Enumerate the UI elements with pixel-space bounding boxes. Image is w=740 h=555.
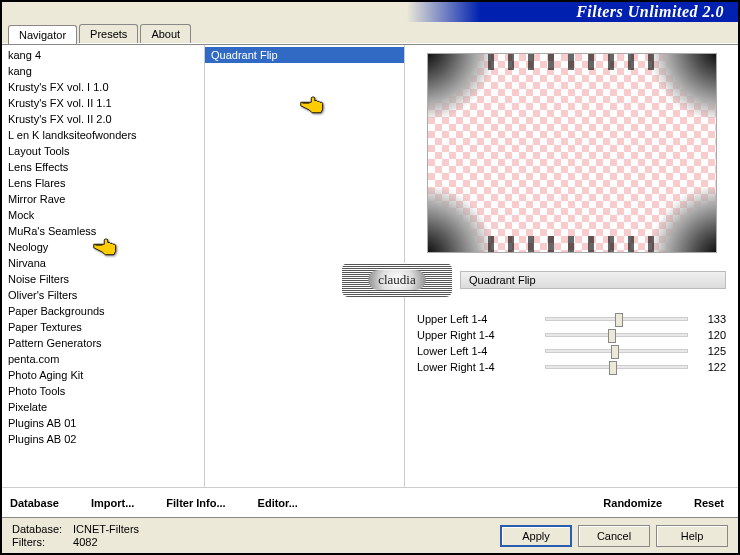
action-button-row: Database Import... Filter Info... Editor…: [2, 487, 738, 517]
param-slider[interactable]: [545, 349, 688, 353]
help-button[interactable]: Help: [656, 525, 728, 547]
tab-about[interactable]: About: [140, 24, 191, 43]
slider-thumb[interactable]: [615, 313, 623, 327]
status-db-value: ICNET-Filters: [73, 523, 139, 535]
navigator-item[interactable]: Pattern Generators: [2, 335, 204, 351]
param-value: 133: [696, 313, 726, 325]
filter-title-row: claudia Quadrant Flip: [417, 263, 726, 297]
window-title: Filters Unlimited 2.0: [576, 3, 724, 21]
param-value: 125: [696, 345, 726, 357]
param-label: Lower Right 1-4: [417, 361, 537, 373]
dialog-buttons: Apply Cancel Help: [500, 525, 728, 547]
footer: Database: ICNET-Filters Filters: 4082 Ap…: [2, 517, 738, 553]
navigator-item[interactable]: Mirror Rave: [2, 191, 204, 207]
navigator-item[interactable]: Noise Filters: [2, 271, 204, 287]
status-filters-value: 4082: [73, 536, 97, 548]
param-slider[interactable]: [545, 365, 688, 369]
param-row: Upper Right 1-4120: [417, 327, 726, 343]
navigator-item[interactable]: Paper Textures: [2, 319, 204, 335]
content-area: kang 4kangKrusty's FX vol. I 1.0Krusty's…: [2, 44, 738, 487]
import-button[interactable]: Import...: [89, 495, 136, 511]
slider-thumb[interactable]: [608, 329, 616, 343]
navigator-item[interactable]: Krusty's FX vol. II 2.0: [2, 111, 204, 127]
navigator-item[interactable]: penta.com: [2, 351, 204, 367]
preview-image: [427, 53, 717, 253]
navigator-item[interactable]: kang 4: [2, 47, 204, 63]
navigator-item[interactable]: Layout Tools: [2, 143, 204, 159]
slider-thumb[interactable]: [609, 361, 617, 375]
navigator-item[interactable]: kang: [2, 63, 204, 79]
param-value: 120: [696, 329, 726, 341]
param-label: Lower Left 1-4: [417, 345, 537, 357]
param-row: Lower Right 1-4122: [417, 359, 726, 375]
navigator-item[interactable]: Photo Aging Kit: [2, 367, 204, 383]
param-row: Upper Left 1-4133: [417, 311, 726, 327]
preview-column: claudia Quadrant Flip Upper Left 1-4133U…: [405, 45, 738, 487]
hand-mirror-rave: [92, 235, 120, 257]
filter-title-bar: Quadrant Flip: [460, 271, 726, 289]
tab-navigator[interactable]: Navigator: [8, 25, 77, 44]
editor-button[interactable]: Editor...: [256, 495, 300, 511]
tab-presets[interactable]: Presets: [79, 24, 138, 43]
param-label: Upper Right 1-4: [417, 329, 537, 341]
reset-button[interactable]: Reset: [692, 495, 726, 511]
navigator-item[interactable]: Lens Effects: [2, 159, 204, 175]
navigator-listbox[interactable]: kang 4kangKrusty's FX vol. I 1.0Krusty's…: [2, 45, 204, 487]
author-badge: claudia: [342, 263, 452, 297]
param-slider[interactable]: [545, 333, 688, 337]
navigator-item[interactable]: Lens Flares: [2, 175, 204, 191]
navigator-item[interactable]: Mock: [2, 207, 204, 223]
navigator-item[interactable]: Plugins AB 02: [2, 431, 204, 447]
status-db-label: Database:: [12, 523, 70, 535]
filter-item[interactable]: Quadrant Flip: [205, 47, 404, 63]
param-row: Lower Left 1-4125: [417, 343, 726, 359]
author-badge-label: claudia: [368, 270, 426, 290]
navigator-item[interactable]: Krusty's FX vol. I 1.0: [2, 79, 204, 95]
slider-thumb[interactable]: [611, 345, 619, 359]
randomize-button[interactable]: Randomize: [601, 495, 664, 511]
current-filter-name: Quadrant Flip: [469, 274, 536, 286]
navigator-item[interactable]: Photo Tools: [2, 383, 204, 399]
navigator-item[interactable]: L en K landksiteofwonders: [2, 127, 204, 143]
cancel-button[interactable]: Cancel: [578, 525, 650, 547]
param-value: 122: [696, 361, 726, 373]
database-button[interactable]: Database: [8, 495, 61, 511]
navigator-item[interactable]: Pixelate: [2, 399, 204, 415]
filter-info-button[interactable]: Filter Info...: [164, 495, 227, 511]
titlebar: Filters Unlimited 2.0: [2, 2, 738, 22]
status-area: Database: ICNET-Filters Filters: 4082: [12, 523, 139, 548]
apply-button[interactable]: Apply: [500, 525, 572, 547]
navigator-item[interactable]: Oliver's Filters: [2, 287, 204, 303]
navigator-item[interactable]: Paper Backgrounds: [2, 303, 204, 319]
navigator-item[interactable]: Krusty's FX vol. II 1.1: [2, 95, 204, 111]
param-slider[interactable]: [545, 317, 688, 321]
navigator-item[interactable]: Plugins AB 01: [2, 415, 204, 431]
tab-bar: Navigator Presets About: [2, 22, 738, 44]
hand-quadrant-flip: [299, 93, 327, 115]
parameter-list: Upper Left 1-4133Upper Right 1-4120Lower…: [417, 311, 726, 375]
status-filters-label: Filters:: [12, 536, 70, 548]
param-label: Upper Left 1-4: [417, 313, 537, 325]
navigator-item[interactable]: Nirvana: [2, 255, 204, 271]
navigator-column: kang 4kangKrusty's FX vol. I 1.0Krusty's…: [2, 45, 205, 487]
